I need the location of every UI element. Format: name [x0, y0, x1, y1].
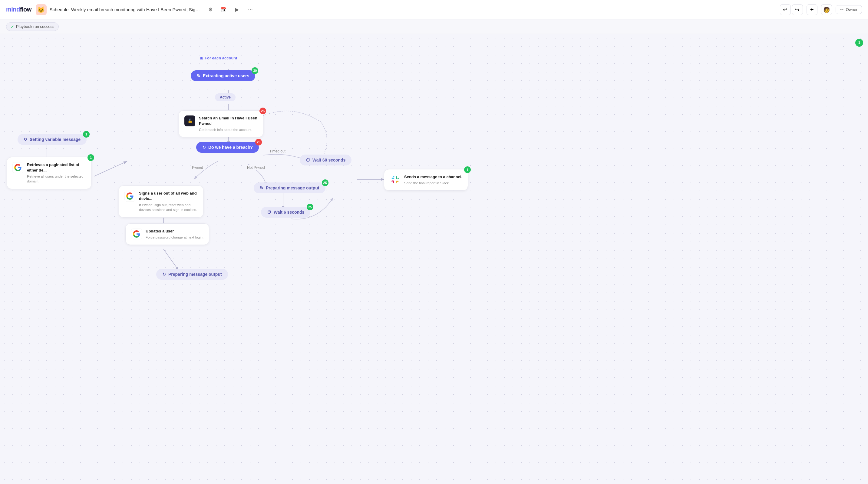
signs-out-icon [124, 191, 135, 202]
prep-msg-bottom-node[interactable]: ↻ Preparing message output [156, 269, 228, 280]
breach-badge: 25 [255, 139, 262, 145]
for-each-label-text: For each account [205, 56, 237, 60]
wait60-icon: ⏱ [306, 158, 310, 163]
logo: mindflow [6, 6, 31, 13]
undo-button[interactable]: ↩ [780, 4, 791, 15]
setting-var-icon: ↻ [24, 137, 27, 142]
prep-msg-bottom-pill[interactable]: ↻ Preparing message output [156, 269, 228, 280]
retrieves-node[interactable]: Retrieves a paginated list of either de.… [7, 157, 91, 189]
not-pwned-label: Not Pwned [245, 165, 267, 170]
svg-text:🔓: 🔓 [187, 118, 193, 124]
breach-icon: ↻ [202, 145, 206, 150]
success-badge: ✓ Playbook run success [6, 22, 59, 31]
setting-var-badge: 1 [83, 131, 90, 138]
cat-icon: 🐱 [36, 4, 46, 15]
extracting-node[interactable]: ↻ Extracting active users 30 [191, 70, 255, 81]
extracting-pill[interactable]: ↻ Extracting active users 30 [191, 70, 255, 81]
topbar-left: mindflow 🐱 Schedule: Weekly email breach… [6, 4, 255, 15]
wait60-pill[interactable]: ⏱ Wait 60 seconds [300, 154, 351, 166]
pwned-label: Pwned [189, 165, 206, 170]
for-each-node: ⊞ For each account [200, 56, 237, 60]
updates-user-title: Updates a user [146, 229, 204, 234]
wait6-badge: 25 [307, 204, 313, 210]
statusbar: ✓ Playbook run success [0, 20, 868, 34]
hibp-desc: Get breach info about the account. [199, 127, 258, 132]
play-button[interactable]: ▶ [232, 4, 242, 15]
magic-button[interactable]: ✦ [807, 4, 817, 15]
timed-out-label: Timed out [267, 148, 288, 154]
canvas[interactable]: 1 [0, 34, 868, 484]
topbar-actions: ⚙ 📅 ▶ ⋯ [205, 4, 255, 15]
prep-msg-bottom-label: Preparing message output [168, 272, 222, 277]
retrieves-desc: Retrieve all users under the selected do… [27, 174, 86, 184]
prep-msg-bottom-icon: ↻ [162, 272, 166, 277]
prep-msg-right-node[interactable]: ↻ Preparing message output 25 [254, 182, 326, 193]
topbar-title-area: 🐱 Schedule: Weekly email breach monitori… [36, 4, 201, 15]
signs-out-title: Signs a user out of all web and devic... [139, 191, 198, 202]
wait60-node[interactable]: ⏱ Wait 60 seconds [300, 154, 351, 166]
signs-out-desc: If Pwned: sign out, reset web and device… [139, 202, 198, 212]
undo-redo: ↩ ↪ [780, 4, 803, 15]
canvas-corner-badge: 1 [855, 39, 863, 47]
topbar-right: ↩ ↪ ✦ 🧑 ✏ Owner [780, 4, 862, 15]
retrieves-icon [12, 162, 23, 173]
breach-label: Do we have a breach? [208, 145, 253, 150]
avatar-button[interactable]: 🧑 [821, 4, 832, 15]
more-button[interactable]: ⋯ [245, 4, 255, 15]
updates-user-desc: Force password change at next login. [146, 235, 204, 240]
wait60-label: Wait 60 seconds [312, 158, 345, 163]
setting-var-pill[interactable]: ↻ Setting variable message 1 [18, 134, 87, 145]
check-icon: ✓ [10, 24, 14, 29]
owner-button[interactable]: ✏ Owner [836, 5, 862, 14]
hibp-node[interactable]: 🔓 Search an Email in Have I Been Pwned G… [179, 110, 264, 137]
calendar-button[interactable]: 📅 [219, 4, 229, 15]
prep-msg-right-pill[interactable]: ↻ Preparing message output 25 [254, 182, 326, 193]
edit-icon: ✏ [840, 7, 843, 12]
nodes-layer: ⊞ For each account ↻ Extracting active u… [0, 34, 868, 484]
slack-icon [390, 174, 401, 185]
svg-rect-16 [390, 175, 400, 184]
breach-check-pill[interactable]: ↻ Do we have a breach? 25 [196, 142, 259, 153]
setting-var-label: Setting variable message [30, 137, 81, 142]
settings-button[interactable]: ⚙ [205, 4, 216, 15]
wait6-label: Wait 6 seconds [274, 210, 304, 215]
hibp-icon: 🔓 [184, 115, 195, 126]
prep-msg-right-badge: 25 [322, 179, 329, 186]
extracting-icon: ↻ [197, 73, 200, 78]
topbar: mindflow 🐱 Schedule: Weekly email breach… [0, 0, 868, 20]
for-each-icon: ⊞ [200, 56, 203, 60]
extracting-label: Extracting active users [203, 73, 249, 78]
retrieves-badge: 1 [88, 154, 94, 161]
slack-desc: Send the final report in Slack. [404, 181, 462, 186]
active-label-node: Active [215, 93, 236, 101]
slack-node[interactable]: Sends a message to a channel. Send the f… [384, 169, 468, 191]
success-text: Playbook run success [16, 24, 54, 29]
setting-var-node[interactable]: ↻ Setting variable message 1 [18, 134, 87, 145]
extracting-badge: 30 [252, 67, 258, 74]
redo-button[interactable]: ↪ [792, 4, 803, 15]
breach-check-node[interactable]: ↻ Do we have a breach? 25 [196, 142, 259, 153]
active-label-text: Active [220, 95, 231, 99]
wait6-pill[interactable]: ⏱ Wait 6 seconds 25 [261, 207, 310, 218]
hibp-title: Search an Email in Have I Been Pwned [199, 115, 258, 126]
hibp-badge: 25 [259, 108, 266, 114]
updates-user-node[interactable]: Updates a user Force password change at … [125, 223, 209, 245]
updates-user-icon [131, 229, 142, 239]
slack-title: Sends a message to a channel. [404, 174, 462, 180]
wait6-node[interactable]: ⏱ Wait 6 seconds 25 [261, 207, 310, 218]
topbar-title: Schedule: Weekly email breach monitoring… [50, 7, 201, 12]
main: 1 [0, 34, 868, 484]
wait6-icon: ⏱ [267, 210, 271, 215]
slack-badge: 1 [464, 166, 471, 173]
prep-msg-right-icon: ↻ [260, 186, 264, 190]
retrieves-title: Retrieves a paginated list of either de.… [27, 162, 86, 173]
owner-label: Owner [846, 7, 858, 12]
active-pill: Active [215, 93, 236, 101]
signs-out-node[interactable]: Signs a user out of all web and devic...… [119, 186, 204, 218]
prep-msg-right-label: Preparing message output [266, 186, 319, 190]
